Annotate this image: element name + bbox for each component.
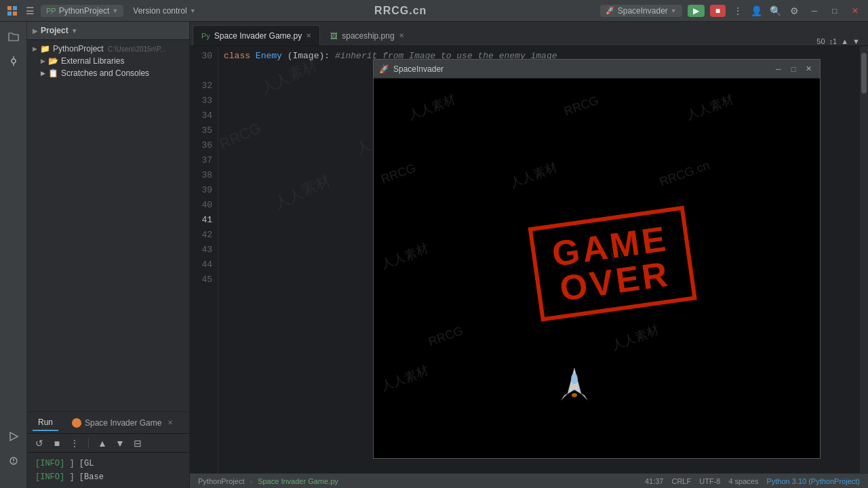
status-encoding[interactable]: UTF-8 <box>699 477 720 485</box>
game-wm-1: 人人素材 <box>406 91 458 123</box>
app-logo-icon <box>5 4 19 18</box>
sidebar-item-run[interactable] <box>3 426 24 447</box>
stop-button[interactable]: ■ <box>710 5 726 17</box>
game-minimize-button[interactable]: ─ <box>772 63 785 75</box>
run-button[interactable]: ▶ <box>688 5 705 17</box>
project-selector[interactable]: PP PythonProject ▼ <box>41 5 123 17</box>
run-tab-label: Run <box>38 418 53 427</box>
rerun-icon[interactable]: ↺ <box>33 436 46 450</box>
run-config-button[interactable]: 🚀 SpaceInvader ▼ <box>600 5 682 17</box>
sidebar-item-debug[interactable] <box>3 450 24 472</box>
bottom-tab-bar: Run Space Invader Game ✕ <box>27 412 189 434</box>
game-canvas: 人人素材 RRCG 人人素材 RRCG 人人素材 RRCG.cn 人人素材 RR… <box>374 79 820 458</box>
console-info-1: [INFO] <box>35 459 64 468</box>
status-position[interactable]: 41:37 <box>645 477 664 485</box>
game-tab-icon <box>72 418 81 428</box>
game-titlebar: 🚀 SpaceInvader ─ □ ✕ <box>374 60 820 79</box>
more-options-icon[interactable]: ⋮ <box>68 436 81 450</box>
run-tab[interactable]: Run <box>33 415 58 431</box>
tree-item-scratches[interactable]: ▶ 📋 Scratches and Consoles <box>27 67 189 79</box>
status-indent[interactable]: 4 spaces <box>728 477 758 485</box>
divider <box>88 438 89 449</box>
status-interpreter[interactable]: Python 3.10 (PythonProject) <box>766 477 860 485</box>
console-label-2: ] <box>69 472 79 482</box>
code-line-numbers: 30 32 33 34 35 36 37 38 39 40 41 42 43 4… <box>190 46 218 473</box>
tab-png-close[interactable]: ✕ <box>399 32 404 39</box>
tab-png-file[interactable]: 🖼 spaceship.png ✕ <box>321 25 412 45</box>
tab-png-icon: 🖼 <box>330 32 338 40</box>
game-wm-5: 人人素材 <box>508 159 559 190</box>
sidebar <box>0 22 27 488</box>
console-text-2: [Base <box>79 472 104 482</box>
tree-item-external-libraries[interactable]: ▶ 📂 External Libraries <box>27 55 189 67</box>
statusbar-right: 41:37 CRLF UTF-8 4 spaces Python 3.10 (P… <box>645 477 860 485</box>
statusbar: PythonProject › Space Invader Game.py 41… <box>190 473 868 488</box>
console-text-1: [GL <box>79 459 94 468</box>
game-wm-3: 人人素材 <box>684 91 736 123</box>
tab-py-file[interactable]: Py Space Invader Game.py ✕ <box>193 25 320 45</box>
game-tab-close[interactable]: ✕ <box>167 419 173 426</box>
status-file[interactable]: Space Invader Game.py <box>258 477 338 485</box>
tab-py-label: Space Invader Game.py <box>214 31 302 41</box>
close-button[interactable]: ✕ <box>848 3 863 18</box>
tree-scratches-label: Scratches and Consoles <box>61 68 149 78</box>
game-maximize-button[interactable]: □ <box>787 63 800 75</box>
tree-project-name: PythonProject <box>53 44 104 54</box>
spaceship <box>561 367 588 404</box>
svg-rect-3 <box>13 12 17 16</box>
game-close-button[interactable]: ✕ <box>802 63 814 75</box>
search-icon[interactable]: 🔍 <box>769 4 783 18</box>
more-icon[interactable]: ⋮ <box>731 4 745 18</box>
bottom-run-panel: Run Space Invader Game ✕ ↺ ■ ⋮ ▲ ▼ ⊟ [ <box>27 411 189 488</box>
column-count: ↕1 <box>829 37 837 45</box>
scroll-down-icon[interactable]: ▼ <box>113 436 127 450</box>
nav-down-icon[interactable]: ▼ <box>852 37 860 45</box>
run-config-label: SpaceInvader <box>618 6 668 16</box>
breadcrumb-sep-1: › <box>250 477 252 485</box>
svg-point-15 <box>572 393 577 397</box>
game-wm-9: RRCG <box>427 324 465 350</box>
sidebar-item-folder[interactable] <box>3 26 24 47</box>
tree-item-project-root[interactable]: ▶ 📁 PythonProject C:\Users\2015n\P... <box>27 43 189 55</box>
status-project[interactable]: PythonProject <box>198 477 244 485</box>
svg-marker-7 <box>10 432 18 441</box>
svg-rect-1 <box>13 6 17 10</box>
person-icon[interactable]: 👤 <box>750 4 764 18</box>
minimize-button[interactable]: ─ <box>807 3 822 18</box>
game-wm-2: RRCG <box>562 94 601 119</box>
tree-ext-lib-label: External Libraries <box>61 56 124 66</box>
svg-rect-2 <box>7 12 12 16</box>
game-title-icon: 🚀 <box>379 64 389 74</box>
version-control-button[interactable]: Version control ▼ <box>127 5 201 17</box>
console-label-1: ] <box>69 459 79 468</box>
stop-run-icon[interactable]: ■ <box>50 436 64 450</box>
titlebar-center: RRCG.cn <box>374 5 427 17</box>
scroll-up-icon[interactable]: ▲ <box>96 436 109 450</box>
project-panel: ▶ Project ▼ ▶ 📁 PythonProject C:\Users\2… <box>27 22 190 488</box>
game-tab-label: Space Invader Game <box>85 418 161 428</box>
game-window: 🚀 SpaceInvader ─ □ ✕ 人人素材 RRCG 人人素材 RRCG… <box>373 59 821 459</box>
line-count: 50 <box>816 37 825 45</box>
game-wm-6: RRCG.cn <box>658 158 712 189</box>
titlebar-left: ☰ PP PythonProject ▼ Version control ▼ <box>5 4 201 18</box>
settings-icon[interactable]: ⚙ <box>788 4 802 18</box>
svg-point-4 <box>12 59 16 63</box>
status-line-ending[interactable]: CRLF <box>671 477 691 485</box>
game-tab[interactable]: Space Invader Game ✕ <box>66 415 178 430</box>
hamburger-icon[interactable]: ☰ <box>23 4 37 18</box>
statusbar-left: PythonProject › Space Invader Game.py <box>198 477 338 485</box>
editor-scrollbar-thumb[interactable] <box>861 53 867 94</box>
console-line-1: [INFO] ] [GL <box>35 457 181 470</box>
content-area: Py Space Invader Game.py ✕ 🖼 spaceship.p… <box>190 22 868 488</box>
nav-up-icon[interactable]: ▲ <box>841 37 848 45</box>
titlebar-right: 🚀 SpaceInvader ▼ ▶ ■ ⋮ 👤 🔍 ⚙ ─ □ ✕ <box>600 3 863 18</box>
game-titlebar-left: 🚀 SpaceInvader <box>379 64 443 74</box>
tab-py-close[interactable]: ✕ <box>306 32 311 39</box>
sidebar-item-commit[interactable] <box>3 50 24 72</box>
tree-project-path: C:\Users\2015n\P... <box>108 45 166 53</box>
tab-bar: Py Space Invader Game.py ✕ 🖼 spaceship.p… <box>190 22 868 46</box>
editor-scrollbar[interactable] <box>860 46 868 473</box>
maximize-button[interactable]: □ <box>827 3 842 18</box>
filter-icon[interactable]: ⊟ <box>131 436 144 450</box>
game-wm-10: 人人素材 <box>610 321 661 353</box>
